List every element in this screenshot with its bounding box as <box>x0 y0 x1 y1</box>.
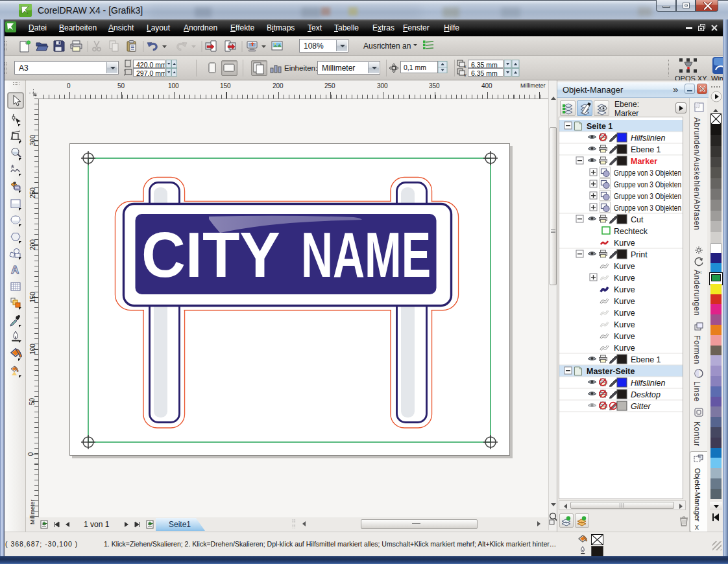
svg-text:Kurve: Kurve <box>614 274 635 283</box>
svg-text:Gruppe von 3 Objekten: Gruppe von 3 Objekten <box>614 192 681 201</box>
svg-text:Kurve: Kurve <box>614 239 635 248</box>
svg-text:Ebene 1: Ebene 1 <box>631 145 661 154</box>
svg-text:Marker: Marker <box>631 157 657 166</box>
svg-text:Kurve: Kurve <box>614 285 635 294</box>
svg-text:Ebene 1: Ebene 1 <box>631 355 661 364</box>
svg-text:Cut: Cut <box>631 215 644 224</box>
svg-text:Print: Print <box>631 250 648 259</box>
svg-text:NAME: NAME <box>301 218 431 290</box>
svg-text:Kurve: Kurve <box>614 320 635 329</box>
svg-text:Kurve: Kurve <box>614 297 635 306</box>
svg-text:Kurve: Kurve <box>614 262 635 271</box>
svg-text:Hilfslinien: Hilfslinien <box>631 379 666 388</box>
svg-text:Gruppe von 3 Objekten: Gruppe von 3 Objekten <box>614 180 681 189</box>
svg-text:Desktop: Desktop <box>631 390 661 399</box>
svg-text:Rechteck: Rechteck <box>614 227 648 236</box>
svg-text:Kurve: Kurve <box>614 344 635 353</box>
svg-text:Gruppe von 3 Objekten: Gruppe von 3 Objekten <box>614 204 681 213</box>
svg-text:Kurve: Kurve <box>614 309 635 318</box>
svg-text:CITY: CITY <box>141 218 280 290</box>
svg-text:Hilfslinien: Hilfslinien <box>631 134 666 143</box>
svg-text:Kurve: Kurve <box>614 332 635 341</box>
svg-text:Master-Seite: Master-Seite <box>587 367 635 376</box>
svg-text:Gitter: Gitter <box>631 402 651 411</box>
svg-text:A: A <box>11 264 19 276</box>
svg-text:y: y <box>464 73 467 76</box>
svg-text:Gruppe von 3 Objekten: Gruppe von 3 Objekten <box>614 169 681 178</box>
svg-text:Seite 1: Seite 1 <box>587 122 613 131</box>
